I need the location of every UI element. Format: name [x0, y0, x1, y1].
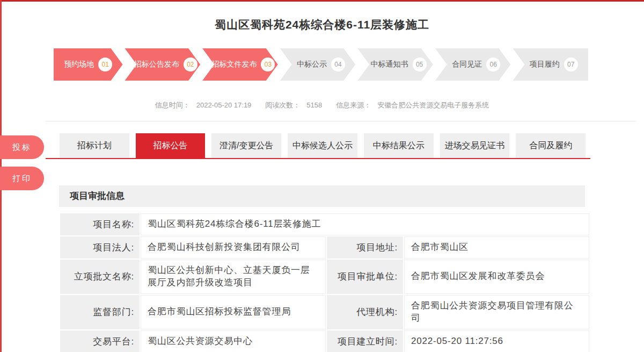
field-value: 蜀山区公共创新中心、立基天厦负一层展厅及内部升级改造项目	[141, 260, 326, 294]
step-number-badge: 06	[486, 58, 500, 71]
step-number-badge: 07	[564, 58, 578, 71]
step-label: 预约场地	[64, 60, 94, 69]
step-label: 招标文件发布	[211, 60, 257, 69]
step-07: 项目履约07	[513, 48, 588, 81]
section-title-project-approval: 项目审批信息	[59, 185, 585, 207]
tab-bar: 招标计划招标公告澄清/变更公告中标候选人公示中标结果公示进场交易见证书合同及履约	[46, 133, 590, 159]
step-03: 招标文件发布03	[202, 48, 278, 81]
tab-3[interactable]: 澄清/变更公告	[211, 133, 281, 158]
field-value: 蜀山区公共资源交易中心	[141, 331, 326, 352]
table-row: 项目法人:合肥蜀山科技创新投资集团有限公司项目地址:合肥市蜀山区	[60, 236, 589, 258]
top-accent-bar	[0, 0, 644, 2]
field-label: 项目地址:	[327, 236, 403, 258]
tab-1[interactable]: 招标计划	[60, 133, 129, 158]
tab-4[interactable]: 中标候选人公示	[288, 133, 357, 158]
horizontal-divider	[46, 121, 636, 121]
tab-5[interactable]: 中标结果公示	[364, 133, 434, 158]
steps: 预约场地01招标公告发布02招标文件发布03中标公示04中标通知书05合同见证0…	[54, 48, 588, 81]
bid-button[interactable]: 投标	[0, 135, 44, 159]
field-label: 交易平台:	[60, 331, 140, 352]
tab-7[interactable]: 合同及履约	[516, 133, 586, 158]
field-label: 监督部门:	[60, 295, 140, 329]
project-approval-table: 项目名称:蜀山区蜀科苑24栋综合楼6-11层装修施工项目法人:合肥蜀山科技创新投…	[59, 212, 590, 352]
field-label: 项目法人:	[60, 236, 140, 258]
step-01: 预约场地01	[54, 48, 123, 81]
read-count-label: 阅读次数：	[265, 101, 300, 109]
tab-2[interactable]: 招标公告	[136, 133, 206, 158]
info-source-label: 信息来源：	[336, 101, 371, 109]
step-label: 合同见证	[452, 60, 482, 69]
step-label: 项目履约	[530, 60, 560, 69]
step-label: 中标通知书	[371, 60, 408, 69]
page-title: 蜀山区蜀科苑24栋综合楼6-11层装修施工	[0, 17, 644, 32]
table-row: 项目名称:蜀山区蜀科苑24栋综合楼6-11层装修施工	[60, 213, 589, 235]
table-row: 监督部门:合肥市蜀山区招标投标监督管理局代理机构:合肥蜀山公共资源交易项目管理有…	[60, 295, 589, 329]
field-value: 蜀山区蜀科苑24栋综合楼6-11层装修施工	[141, 213, 589, 235]
field-label: 立项批文名称:	[60, 260, 140, 294]
tab-6[interactable]: 进场交易见证书	[440, 133, 510, 158]
field-label: 代理机构:	[327, 295, 403, 329]
field-label: 项目建立时间:	[327, 331, 403, 352]
step-06: 合同见证06	[435, 48, 511, 81]
step-number-badge: 04	[331, 58, 345, 71]
field-value: 合肥市蜀山区	[404, 236, 589, 258]
step-05: 中标通知书05	[357, 48, 433, 81]
info-time-value: 2022-05-20 17:19	[196, 101, 252, 109]
table-row: 立项批文名称:蜀山区公共创新中心、立基天厦负一层展厅及内部升级改造项目项目审批单…	[60, 260, 589, 294]
tabs: 招标计划招标公告澄清/变更公告中标候选人公示中标结果公示进场交易见证书合同及履约	[60, 133, 586, 158]
field-value: 合肥市蜀山区发展和改革委员会	[404, 260, 589, 294]
step-number-badge: 02	[184, 58, 197, 71]
step-02: 招标公告发布02	[125, 48, 201, 81]
field-value: 合肥蜀山公共资源交易项目管理有限公司	[404, 295, 589, 329]
step-number-badge: 01	[98, 58, 112, 71]
step-number-badge: 05	[413, 58, 427, 71]
project-approval-table-body: 项目名称:蜀山区蜀科苑24栋综合楼6-11层装修施工项目法人:合肥蜀山科技创新投…	[60, 213, 589, 352]
field-label: 项目名称:	[60, 213, 140, 235]
step-label: 招标公告发布	[134, 60, 179, 69]
meta-info-line: 信息时间：2022-05-20 17:19阅读次数：5158信息来源：安徽合肥公…	[0, 100, 644, 110]
read-count-value: 5158	[306, 101, 322, 109]
step-04: 中标公示04	[280, 48, 356, 81]
field-value: 2022-05-20 11:27:56	[404, 331, 589, 352]
step-number-badge: 03	[261, 58, 275, 71]
field-label: 项目审批单位:	[327, 260, 403, 294]
table-row: 交易平台:蜀山区公共资源交易中心项目建立时间:2022-05-20 11:27:…	[60, 331, 589, 352]
field-value: 合肥市蜀山区招标投标监督管理局	[141, 295, 326, 329]
info-source-value: 安徽合肥公共资源交易电子服务系统	[377, 101, 489, 109]
field-value: 合肥蜀山科技创新投资集团有限公司	[141, 236, 326, 258]
info-time-label: 信息时间：	[155, 101, 190, 109]
print-button[interactable]: 打印	[0, 167, 44, 190]
step-label: 中标公示	[297, 60, 327, 69]
